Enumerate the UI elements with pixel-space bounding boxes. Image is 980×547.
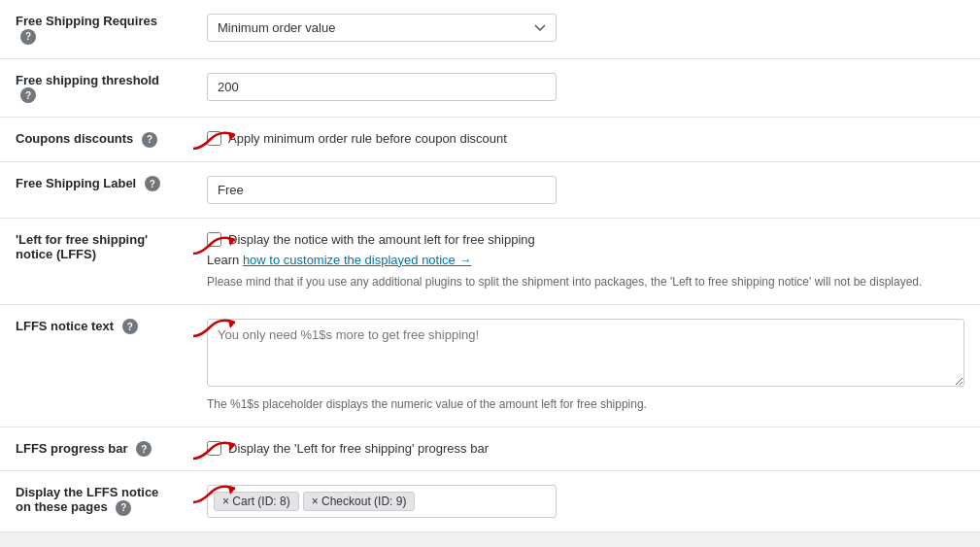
help-icon-threshold[interactable]: ? — [20, 87, 36, 103]
field-lffs-progress-bar: Display the 'Left for free shipping' pro… — [191, 427, 980, 471]
label-free-shipping-threshold: Free shipping threshold ? — [0, 58, 191, 118]
select-free-shipping-requires[interactable]: Minimum order value A valid free shippin… — [207, 14, 557, 42]
field-display-lffs-pages: × Cart (ID: 8) × Checkout (ID: 9) — [191, 471, 980, 532]
arrow-progress-bar — [191, 435, 245, 462]
arrow-pages — [191, 479, 245, 506]
row-lffs-notice: 'Left for free shipping' notice (LFFS) D… — [0, 218, 980, 304]
row-free-shipping-requires: Free Shipping Requires ? Minimum order v… — [0, 0, 980, 58]
label-free-shipping-requires: Free Shipping Requires ? — [0, 0, 191, 58]
row-lffs-notice-text: LFFS notice text ? The %1$s placeholder … — [0, 304, 980, 427]
input-free-shipping-label[interactable] — [207, 176, 557, 204]
field-lffs-notice: Display the notice with the amount left … — [191, 218, 980, 304]
help-icon-progress-bar[interactable]: ? — [136, 441, 152, 457]
checkbox-label-coupons[interactable]: Apply minimum order rule before coupon d… — [207, 131, 964, 146]
lffs-placeholder-description: The %1$s placeholder displays the numeri… — [207, 395, 964, 413]
row-display-lffs-pages: Display the LFFS notice on these pages ?… — [0, 471, 980, 532]
field-free-shipping-label — [191, 161, 980, 218]
label-lffs-progress-bar: LFFS progress bar ? — [0, 427, 191, 471]
tags-container-pages[interactable]: × Cart (ID: 8) × Checkout (ID: 9) — [207, 485, 557, 518]
arrow-coupons — [191, 125, 245, 153]
row-free-shipping-label: Free Shipping Label ? — [0, 161, 980, 218]
checkbox-label-progress-bar[interactable]: Display the 'Left for free shipping' pro… — [207, 441, 964, 456]
arrow-lffs-notice — [191, 230, 245, 257]
tag-checkout[interactable]: × Checkout (ID: 9) — [303, 492, 416, 511]
row-coupons-discounts: Coupons discounts ? Apply minimum order … — [0, 118, 980, 162]
label-free-shipping-label: Free Shipping Label ? — [0, 161, 191, 218]
label-coupons-discounts: Coupons discounts ? — [0, 118, 191, 162]
row-lffs-progress-bar: LFFS progress bar ? Display the 'Left fo… — [0, 427, 980, 471]
help-icon-lffs-text[interactable]: ? — [122, 319, 138, 334]
row-free-shipping-threshold: Free shipping threshold ? — [0, 58, 980, 118]
field-free-shipping-requires: Minimum order value A valid free shippin… — [191, 0, 980, 58]
label-lffs-notice-text: LFFS notice text ? — [0, 304, 191, 427]
arrow-lffs-text — [191, 313, 245, 340]
field-free-shipping-threshold — [191, 58, 980, 118]
tag-checkout-text: × Checkout (ID: 9) — [312, 495, 407, 508]
label-lffs-notice: 'Left for free shipping' notice (LFFS) — [0, 218, 191, 304]
help-icon-free-shipping-requires[interactable]: ? — [20, 29, 36, 45]
help-icon-pages[interactable]: ? — [116, 500, 131, 516]
field-lffs-notice-text: The %1$s placeholder displays the numeri… — [191, 304, 980, 427]
settings-table: Free Shipping Requires ? Minimum order v… — [0, 0, 980, 532]
lffs-notice-description: Please mind that if you use any addition… — [207, 273, 964, 291]
field-coupons-discounts: Apply minimum order rule before coupon d… — [191, 118, 980, 162]
input-threshold[interactable] — [207, 73, 557, 101]
label-display-lffs-pages: Display the LFFS notice on these pages ? — [0, 471, 191, 532]
checkbox-label-lffs[interactable]: Display the notice with the amount left … — [207, 232, 964, 247]
help-icon-coupons[interactable]: ? — [142, 132, 157, 148]
customize-notice-link[interactable]: how to customize the displayed notice → — [243, 253, 472, 267]
textarea-lffs-notice[interactable] — [207, 319, 964, 387]
help-icon-label[interactable]: ? — [145, 176, 160, 191]
